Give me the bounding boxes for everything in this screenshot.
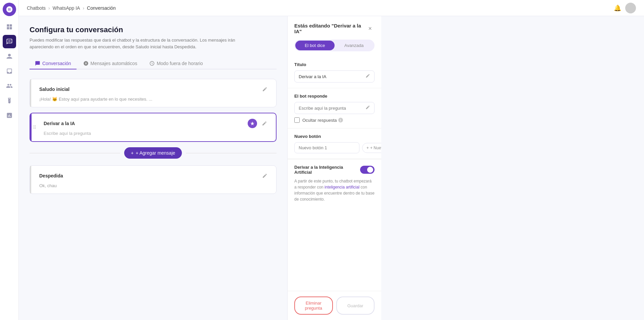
brand-logo: [3, 3, 16, 16]
topbar: Chatbots › WhatsApp IA › Conversación 🔔: [19, 0, 644, 16]
ai-label: Derivar a la Inteligencia Artificial: [294, 165, 360, 175]
ai-highlight: inteligencia artificial: [325, 185, 359, 190]
card-header-saludo: Saludo inicial: [39, 85, 269, 94]
sidebar-item-inbox[interactable]: [3, 64, 16, 78]
tab-automaticos[interactable]: Mensajes automáticos: [78, 58, 143, 69]
titulo-input[interactable]: [299, 74, 365, 79]
breadcrumb-current: Conversación: [87, 5, 116, 11]
tabs-bar: Conversación Mensajes automáticos Modo f…: [30, 58, 277, 69]
pencil-icon-derivar: [262, 121, 267, 126]
tab-horario[interactable]: Modo fuera de horario: [144, 58, 208, 69]
tab-conversacion[interactable]: Conversación: [30, 58, 77, 69]
message-card-derivar: ⠿ Derivar a la IA Escribe a: [30, 113, 277, 142]
add-message-row: + + Agregar mensaje: [30, 147, 277, 159]
sidebar-item-chatbot[interactable]: [3, 35, 16, 48]
pencil-icon: [262, 87, 267, 92]
sidebar: [0, 0, 19, 320]
breadcrumb-parent[interactable]: WhatsApp IA: [53, 5, 80, 11]
auto-icon: [83, 61, 89, 66]
card-actions-derivar: [248, 119, 269, 128]
breadcrumb-sep-2: ›: [83, 5, 84, 11]
clock-icon: [149, 61, 155, 66]
card-title-saludo: Saludo inicial: [39, 87, 69, 92]
sparkle-icon: [250, 121, 255, 126]
titulo-edit-icon[interactable]: [365, 73, 370, 79]
breadcrumb-root[interactable]: Chatbots: [27, 5, 46, 11]
card-body-despedida: Ok, chau: [39, 183, 269, 188]
card-actions-saludo: [260, 85, 269, 94]
ocultar-label: Ocultar respuesta i: [302, 118, 343, 123]
panel-body: Título El bot responde: [288, 57, 381, 291]
panel-close-button[interactable]: ×: [366, 24, 375, 33]
message-card-despedida: Despedida Ok, chau: [30, 165, 277, 194]
card-body-derivar: Escribe aquí la pregunta: [44, 131, 269, 136]
toggle-tab-avanzada[interactable]: Avanzada: [335, 41, 374, 50]
message-card-saludo: Saludo inicial ¡Hola! 🐱 Estoy aquí para …: [30, 79, 277, 107]
save-button[interactable]: Guardar: [336, 297, 375, 315]
sidebar-item-analytics[interactable]: [3, 109, 16, 122]
card-left-border-despedida: [30, 166, 31, 194]
svg-point-0: [8, 41, 9, 42]
logo-icon: [6, 6, 13, 13]
page-title: Configura tu conversación: [30, 25, 277, 34]
nuevo-boton-input[interactable]: [294, 142, 359, 153]
card-header-despedida: Despedida: [39, 171, 269, 180]
plus-icon: +: [131, 150, 134, 156]
card-body-saludo: ¡Hola! 🐱 Estoy aquí para ayudarte en lo …: [39, 97, 269, 102]
breadcrumb-sep-1: ›: [48, 5, 50, 11]
nuevo-boton-row: + + Nuevo botón: [294, 142, 375, 153]
edit-derivar-button[interactable]: [260, 119, 269, 128]
bot-responde-label: El bot responde: [294, 94, 375, 99]
ai-toggle[interactable]: [360, 166, 375, 174]
card-actions-despedida: [260, 171, 269, 180]
panel-header: Estás editando "Derivar a la IA" ×: [288, 16, 381, 34]
bot-responde-edit-icon[interactable]: [365, 105, 370, 111]
card-title-derivar: Derivar a la IA: [44, 121, 75, 126]
panel-footer: Eliminar pregunta Guardar: [288, 291, 381, 320]
edit-saludo-button[interactable]: [260, 85, 269, 94]
sidebar-item-grid[interactable]: [3, 20, 16, 34]
user-avatar[interactable]: [625, 3, 636, 13]
panel-toggle-tabs: El bot dice Avanzada: [294, 40, 375, 51]
panel-section-titulo: Título: [288, 62, 381, 88]
divider-left: [30, 153, 120, 153]
ai-description: A partir de este punto, tu chatbot empez…: [294, 178, 375, 202]
pencil-icon-despedida: [262, 173, 267, 178]
svg-point-1: [9, 41, 10, 42]
panel-section-nuevo-boton: Nuevo botón + + Nuevo botón: [288, 134, 381, 159]
info-icon: i: [338, 118, 343, 122]
nuevo-boton-label: Nuevo botón: [294, 134, 375, 139]
topbar-right: 🔔: [614, 3, 636, 13]
content-area: Configura tu conversación Puedes modific…: [19, 16, 287, 320]
add-nuevo-boton-button[interactable]: + + Nuevo botón: [362, 143, 381, 153]
sidebar-item-team[interactable]: [3, 79, 16, 93]
edit-despedida-button[interactable]: [260, 171, 269, 180]
drag-handle[interactable]: ⠿: [33, 125, 36, 130]
toggle-tab-bot-dice[interactable]: El bot dice: [295, 41, 335, 50]
bell-icon[interactable]: 🔔: [614, 4, 621, 12]
page-subtitle: Puedes modificar las respuestas que dará…: [30, 37, 238, 50]
sidebar-item-lab[interactable]: [3, 94, 16, 107]
ai-toggle-slider: [360, 166, 375, 174]
plus-icon-small: +: [366, 146, 369, 150]
card-left-border-derivar: [30, 113, 32, 141]
card-header-derivar: Derivar a la IA: [44, 119, 269, 128]
panel-title: Estás editando "Derivar a la IA": [294, 23, 366, 34]
right-panel: Estás editando "Derivar a la IA" × El bo…: [287, 16, 381, 320]
divider-right: [186, 153, 277, 153]
panel-section-ai: Derivar a la Inteligencia Artificial A p…: [288, 159, 381, 208]
svg-point-2: [10, 41, 11, 42]
bot-responde-input[interactable]: [299, 106, 365, 111]
add-message-button[interactable]: + + Agregar mensaje: [124, 147, 182, 159]
ai-indicator-button[interactable]: [248, 119, 257, 128]
sidebar-item-contacts[interactable]: [3, 50, 16, 63]
ocultar-checkbox[interactable]: [294, 117, 300, 123]
titulo-label: Título: [294, 62, 375, 67]
ocultar-row: Ocultar respuesta i: [294, 117, 375, 123]
card-title-despedida: Despedida: [39, 173, 63, 178]
card-left-border: [30, 79, 31, 107]
breadcrumb: Chatbots › WhatsApp IA › Conversación: [27, 5, 116, 11]
delete-button[interactable]: Eliminar pregunta: [294, 297, 333, 315]
panel-section-bot-responde: El bot responde Ocultar respuesta i: [288, 94, 381, 128]
titulo-input-wrapper: [294, 70, 375, 83]
